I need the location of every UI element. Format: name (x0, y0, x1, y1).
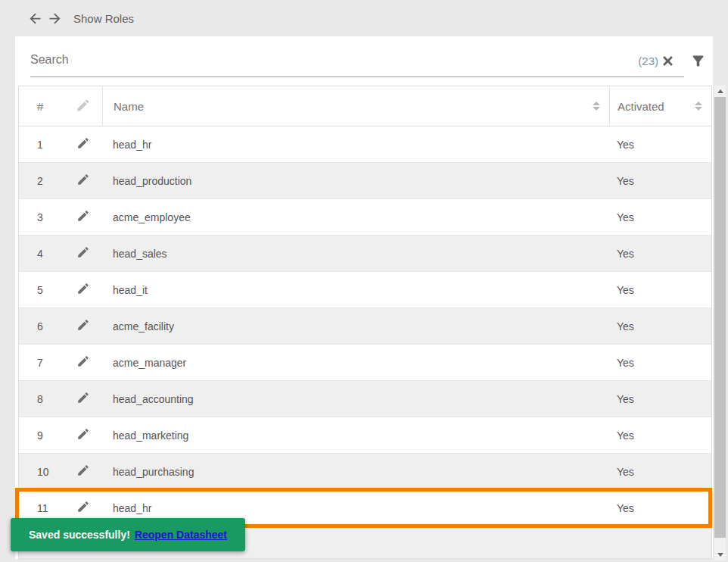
row-index-cell: 6 (19, 308, 64, 344)
edit-button[interactable] (64, 381, 102, 417)
row-activated-cell: Yes (609, 308, 711, 344)
toast-message: Saved successfully! (29, 529, 130, 541)
pencil-icon (76, 209, 90, 225)
scrollbar-down-button[interactable] (714, 549, 726, 560)
row-index-cell: 8 (19, 381, 64, 417)
pencil-icon (76, 173, 90, 189)
edit-button[interactable] (64, 199, 102, 235)
pencil-icon (76, 98, 91, 115)
edit-button[interactable] (64, 236, 102, 271)
row-name-cell: head_marketing (102, 417, 609, 453)
back-arrow-icon[interactable] (25, 10, 45, 27)
row-name-cell: head_production (102, 163, 609, 198)
row-name-cell: head_it (102, 272, 609, 308)
row-index-cell: 1 (19, 126, 64, 162)
pencil-icon (76, 427, 90, 443)
pencil-icon (76, 464, 90, 479)
pencil-icon (76, 245, 90, 261)
toast-notification: Saved successfully! Reopen Datasheet (11, 518, 245, 551)
sort-icon[interactable] (695, 101, 702, 111)
page-title: Show Roles (73, 12, 134, 25)
row-activated-cell: Yes (609, 417, 711, 453)
column-header-name-label: Name (114, 100, 144, 113)
edit-button[interactable] (64, 126, 102, 162)
row-index-cell: 5 (19, 272, 64, 308)
table-row[interactable]: 9 head_marketing Yes (19, 417, 711, 454)
row-activated-cell: Yes (609, 163, 711, 198)
scrollbar-thumb[interactable] (714, 97, 726, 538)
scrollbar-up-button[interactable] (714, 86, 726, 97)
row-name-cell: head_purchasing (102, 454, 609, 489)
edit-column-header (64, 86, 102, 126)
sort-icon[interactable] (593, 101, 600, 111)
row-index-cell: 3 (19, 199, 64, 235)
row-name-cell: acme_employee (102, 199, 609, 235)
table-row[interactable]: 6 acme_facility Yes (19, 308, 711, 345)
table-body: 1 head_hr Yes 2 head_production Yes 3 (19, 126, 711, 559)
table-row[interactable]: 7 acme_manager Yes (19, 345, 711, 381)
pencil-icon (76, 500, 90, 516)
row-name-cell: head_sales (102, 236, 609, 271)
table-row[interactable]: 1 head_hr Yes (19, 126, 711, 163)
row-index-cell: 9 (19, 417, 64, 453)
table-row[interactable]: 2 head_production Yes (19, 163, 711, 199)
row-activated-cell: Yes (609, 345, 711, 380)
filter-icon[interactable] (689, 52, 707, 70)
row-activated-cell: Yes (609, 199, 711, 235)
forward-arrow-icon[interactable] (45, 10, 64, 27)
table-header-row: # Name Activated (19, 86, 711, 126)
edit-button[interactable] (64, 163, 102, 198)
pencil-icon (76, 282, 90, 298)
toast-link[interactable]: Reopen Datasheet (135, 529, 227, 541)
row-activated-cell (609, 526, 711, 559)
row-activated-cell: Yes (609, 126, 711, 162)
edit-button[interactable] (64, 454, 102, 489)
pencil-icon (76, 136, 90, 152)
edit-button[interactable] (64, 308, 102, 344)
search-input[interactable] (30, 47, 684, 77)
column-header-activated-label: Activated (618, 100, 664, 113)
edit-button[interactable] (64, 417, 102, 453)
row-activated-cell: Yes (609, 236, 711, 271)
content-panel: (23) # Name Activated (15, 36, 713, 559)
column-header-activated[interactable]: Activated (609, 86, 711, 126)
row-name-cell: head_hr (102, 126, 609, 162)
row-index-cell: 4 (19, 236, 64, 271)
row-activated-cell: Yes (609, 454, 711, 489)
row-index-cell: 2 (19, 163, 64, 198)
result-count-badge: (23) (627, 55, 658, 67)
column-header-name[interactable]: Name (102, 86, 609, 126)
table-row[interactable]: 4 head_sales Yes (19, 236, 711, 272)
pencil-icon (76, 318, 90, 334)
row-name-cell: acme_facility (102, 308, 609, 344)
pencil-icon (76, 391, 90, 407)
row-activated-cell: Yes (609, 272, 711, 308)
pencil-icon (76, 354, 90, 370)
row-activated-cell: Yes (609, 490, 711, 526)
row-index-cell: 10 (19, 454, 64, 489)
edit-button[interactable] (64, 272, 102, 308)
table-row[interactable]: 8 head_accounting Yes (19, 381, 711, 417)
row-index-cell: 7 (19, 345, 64, 380)
row-name-cell: acme_manager (102, 345, 609, 380)
edit-button[interactable] (64, 345, 102, 380)
table-row[interactable]: 10 head_purchasing Yes (19, 454, 711, 490)
table-row[interactable]: 5 head_it Yes (19, 272, 711, 308)
clear-search-icon[interactable] (658, 52, 677, 70)
table-row[interactable]: 3 acme_employee Yes (19, 199, 711, 236)
top-navigation-bar: Show Roles (0, 0, 728, 36)
row-activated-cell: Yes (609, 381, 711, 417)
vertical-scrollbar[interactable] (714, 86, 726, 560)
column-header-index[interactable]: # (19, 86, 64, 126)
roles-table: # Name Activated 1 head_ (18, 86, 712, 559)
row-name-cell: head_accounting (102, 381, 609, 417)
